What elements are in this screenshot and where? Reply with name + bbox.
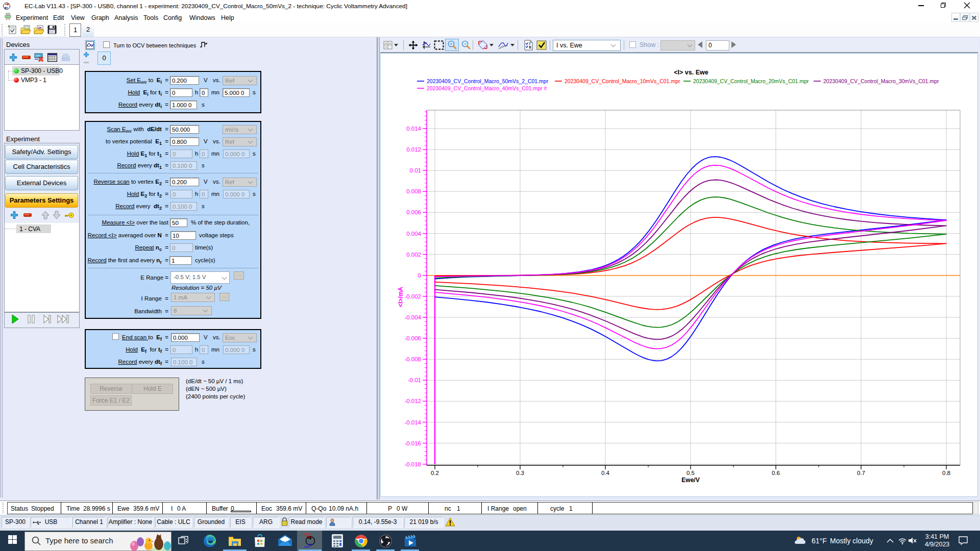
- svg-text:20230409_CV_Control_Macro_10mV: 20230409_CV_Control_Macro_10mVs_C01.mpr: [565, 78, 680, 84]
- svg-text:-0.016: -0.016: [404, 440, 421, 446]
- svg-text:<I>/mA: <I>/mA: [397, 287, 404, 307]
- svg-text:Ewe/V: Ewe/V: [681, 477, 699, 484]
- svg-text:0.012: 0.012: [406, 146, 421, 153]
- svg-text:-0.008: -0.008: [404, 356, 421, 362]
- svg-text:0.4: 0.4: [601, 470, 610, 476]
- svg-text:-0.004: -0.004: [404, 314, 421, 320]
- svg-text:0.008: 0.008: [406, 188, 421, 194]
- svg-text:0.002: 0.002: [406, 252, 421, 258]
- svg-text:0.006: 0.006: [406, 209, 421, 215]
- svg-text:0.5: 0.5: [687, 470, 695, 476]
- svg-text:-0.006: -0.006: [404, 335, 421, 341]
- svg-text:<I> vs. Ewe: <I> vs. Ewe: [674, 69, 708, 76]
- svg-text:-0.01: -0.01: [408, 377, 421, 383]
- svg-text:20230409_CV_Control_Macro_50mV: 20230409_CV_Control_Macro_50mVs_2_C01.mp…: [427, 78, 549, 84]
- svg-text:0.3: 0.3: [516, 470, 524, 476]
- svg-text:-0.018: -0.018: [404, 461, 421, 467]
- svg-text:-0.012: -0.012: [404, 398, 421, 404]
- svg-text:0.6: 0.6: [772, 470, 780, 476]
- svg-text:20230409_CV_Control_Macro_40mV: 20230409_CV_Control_Macro_40mVs_C01.mpr …: [427, 85, 547, 91]
- svg-text:I: I: [529, 42, 530, 45]
- svg-text:-0.014: -0.014: [404, 419, 421, 425]
- svg-text:0.01: 0.01: [410, 167, 421, 173]
- svg-text:0.004: 0.004: [406, 231, 421, 237]
- svg-text:20230409_CV_Control_Macro_30mV: 20230409_CV_Control_Macro_30mVs_C01.mpr: [823, 78, 939, 84]
- svg-text:0.014: 0.014: [406, 126, 421, 132]
- svg-text:E: E: [529, 45, 532, 49]
- svg-text:20230409_CV_Control_Macro_20mV: 20230409_CV_Control_Macro_20mVs_C01.mpr: [693, 78, 809, 84]
- svg-text:0.2: 0.2: [431, 470, 439, 476]
- svg-text:-0.002: -0.002: [404, 293, 421, 299]
- svg-text:0.7: 0.7: [857, 470, 865, 476]
- svg-text:0.8: 0.8: [942, 470, 950, 476]
- svg-text:0: 0: [418, 272, 421, 279]
